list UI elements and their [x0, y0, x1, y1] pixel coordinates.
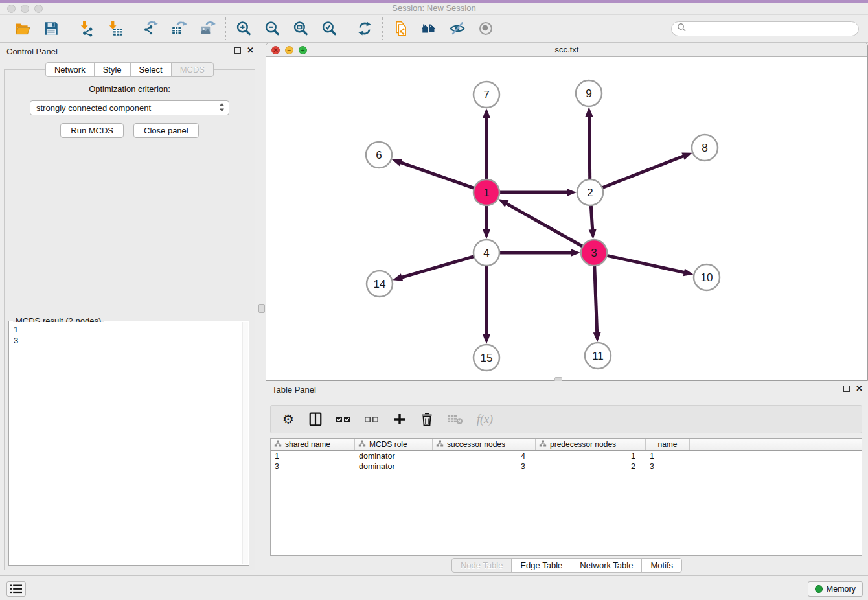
column-header-name[interactable]: name: [646, 439, 690, 450]
graph-edge-3-1[interactable]: [505, 203, 584, 247]
control-panel: Control Panel ✕ NetworkStyleSelectMCDS O…: [0, 43, 259, 575]
network-canvas[interactable]: 7968124314101511: [266, 57, 867, 380]
cell-successor-nodes[interactable]: 3: [433, 462, 536, 471]
criterion-select[interactable]: strongly connected component: [30, 100, 229, 115]
zoom-fit-icon[interactable]: [291, 19, 310, 38]
graph-edge-2-3[interactable]: [591, 204, 593, 231]
export-image-icon[interactable]: [199, 19, 217, 38]
tab-mcds[interactable]: MCDS: [171, 62, 214, 77]
graph-edge-4-14[interactable]: [400, 256, 475, 278]
optimization-criterion-label: Optimization criterion:: [5, 84, 255, 94]
tab-style[interactable]: Style: [94, 62, 131, 77]
delete-column-icon[interactable]: [420, 411, 434, 428]
graph-edge-arrowhead: [681, 152, 692, 159]
cell-MCDS-role[interactable]: dominator: [355, 462, 433, 471]
column-header-MCDS-role[interactable]: MCDS role: [355, 439, 433, 450]
close-panel-icon[interactable]: ✕: [247, 47, 254, 54]
column-visibility-icon[interactable]: [308, 411, 323, 428]
clone-network-icon[interactable]: [391, 19, 409, 38]
tab-motifs[interactable]: Motifs: [641, 558, 682, 573]
zoom-out-icon[interactable]: [263, 19, 281, 38]
list-icon: [10, 584, 22, 594]
network-close-icon[interactable]: ✕: [271, 46, 280, 54]
cell-MCDS-role[interactable]: dominator: [355, 452, 433, 461]
network-window-titlebar[interactable]: ✕ − + scc.txt: [266, 43, 867, 57]
table-settings-icon[interactable]: ⚙: [281, 411, 295, 428]
import-network-icon[interactable]: [78, 19, 96, 38]
cell-shared-name[interactable]: 3: [271, 462, 355, 471]
deselect-all-rows-icon[interactable]: [364, 411, 380, 428]
graph-node-label-3: 3: [591, 247, 597, 259]
window-traffic-lights[interactable]: [7, 5, 43, 13]
cell-shared-name[interactable]: 1: [271, 452, 355, 461]
zoom-selected-icon[interactable]: [320, 19, 338, 38]
graph-edge-3-11[interactable]: [595, 264, 597, 334]
graph-edge-2-9[interactable]: [589, 115, 589, 181]
refresh-layout-icon[interactable]: [356, 19, 374, 38]
table-row[interactable]: 3dominator323: [271, 461, 862, 472]
result-scrollbar[interactable]: [242, 322, 248, 564]
mcds-result-textarea[interactable]: 13: [10, 322, 248, 564]
show-all-icon[interactable]: [477, 19, 495, 38]
criterion-value: strongly connected component: [36, 103, 219, 113]
export-table-icon[interactable]: [170, 19, 188, 38]
cell-name[interactable]: 3: [646, 462, 690, 471]
float-panel-icon[interactable]: [234, 47, 241, 54]
close-panel-button[interactable]: Close panel: [133, 123, 199, 138]
cell-predecessor-nodes[interactable]: 2: [536, 462, 646, 471]
float-table-panel-icon[interactable]: [843, 386, 850, 392]
column-header-predecessor-nodes[interactable]: predecessor nodes: [536, 439, 646, 450]
maximize-window-button[interactable]: [34, 5, 43, 13]
graph-node-label-11: 11: [592, 350, 604, 362]
destroy-table-icon[interactable]: [447, 411, 464, 428]
minimize-window-button[interactable]: [21, 5, 29, 13]
function-builder-icon[interactable]: f(x): [477, 411, 493, 428]
cell-predecessor-nodes[interactable]: 1: [536, 452, 646, 461]
memory-button[interactable]: Memory: [808, 581, 863, 597]
cell-successor-nodes[interactable]: 4: [433, 452, 536, 461]
column-header-successor-nodes[interactable]: successor nodes: [433, 439, 536, 450]
search-input[interactable]: [689, 23, 853, 34]
open-session-icon[interactable]: [14, 19, 32, 38]
table-tabbar: Node TableEdge TableNetwork TableMotifs: [451, 558, 682, 573]
tab-network-table[interactable]: Network Table: [571, 558, 642, 573]
task-history-button[interactable]: [6, 581, 26, 597]
tab-network[interactable]: Network: [45, 62, 95, 77]
run-mcds-button[interactable]: Run MCDS: [60, 123, 124, 138]
graph-edge-3-10[interactable]: [606, 255, 686, 273]
graph-node-label-8: 8: [702, 142, 707, 154]
status-bar: Memory: [0, 575, 868, 600]
select-all-rows-icon[interactable]: [336, 411, 351, 428]
graph-edge-arrowhead: [498, 199, 508, 207]
close-window-button[interactable]: [7, 5, 16, 13]
tab-edge-table[interactable]: Edge Table: [511, 558, 571, 573]
vertical-splitter-grip[interactable]: [258, 304, 265, 313]
export-network-icon[interactable]: [142, 19, 160, 38]
column-header-shared-name[interactable]: shared name: [271, 439, 355, 450]
graph-edge-2-8[interactable]: [601, 156, 685, 188]
close-table-panel-icon[interactable]: ✕: [856, 385, 863, 393]
cell-name[interactable]: 1: [646, 452, 690, 461]
graph-node-label-14: 14: [374, 278, 386, 290]
import-table-icon[interactable]: [106, 19, 124, 38]
result-line: 1: [14, 324, 244, 335]
network-maximize-icon[interactable]: +: [299, 46, 307, 54]
hide-selected-icon[interactable]: [448, 19, 466, 38]
save-session-icon[interactable]: [42, 19, 60, 38]
column-type-icon: [436, 440, 444, 449]
graph-edge-arrowhead: [392, 159, 402, 166]
graph-edge-1-6[interactable]: [399, 162, 475, 189]
table-row[interactable]: 1dominator411: [271, 451, 862, 461]
main-toolbar: [0, 14, 868, 43]
network-window-title: scc.txt: [266, 43, 867, 56]
zoom-in-icon[interactable]: [234, 19, 253, 38]
column-header-label: successor nodes: [447, 440, 505, 449]
search-field[interactable]: [671, 21, 859, 36]
tab-select[interactable]: Select: [130, 62, 172, 77]
node-table: shared nameMCDS rolesuccessor nodesprede…: [270, 438, 862, 556]
search-icon: [677, 23, 686, 34]
tab-node-table[interactable]: Node Table: [451, 558, 512, 573]
network-minimize-icon[interactable]: −: [285, 46, 293, 54]
add-column-icon[interactable]: [393, 411, 407, 428]
first-neighbors-icon[interactable]: [420, 19, 438, 38]
